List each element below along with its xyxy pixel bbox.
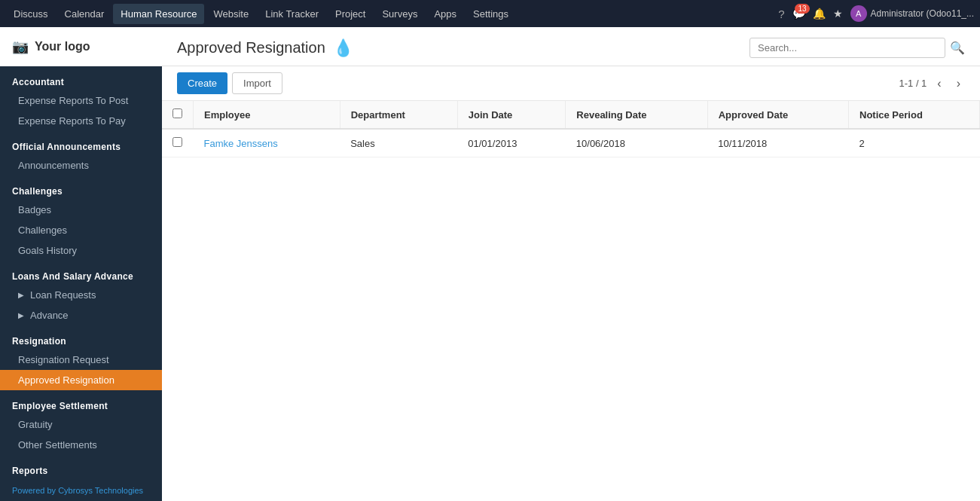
- droplet-icon: 💧: [333, 38, 353, 58]
- sidebar-footer: Powered by Cybrosys Technologies: [0, 480, 162, 501]
- employee-cell[interactable]: Famke Jenssens: [194, 129, 340, 157]
- import-button[interactable]: Import: [232, 72, 282, 94]
- nav-apps[interactable]: Apps: [426, 4, 464, 24]
- nav-settings[interactable]: Settings: [466, 4, 516, 24]
- logo-icon: 📷: [12, 38, 29, 55]
- sidebar-item-expense-post[interactable]: Expense Reports To Post: [0, 90, 162, 111]
- toolbar: Create Import 1-1 / 1 ‹ ›: [162, 66, 980, 101]
- table-row: Famke Jenssens Sales 01/01/2013 10/06/20…: [162, 129, 980, 157]
- pagination-info: 1-1 / 1: [899, 78, 927, 89]
- section-reports: Reports: [0, 458, 162, 479]
- section-official-announcements: Official Announcements: [0, 134, 162, 155]
- footer-brand[interactable]: Cybrosys Technologies: [58, 486, 143, 495]
- approved-resignation-table: Employee Department Join Date Revealing …: [162, 101, 980, 157]
- arrow-icon: ▶: [18, 291, 24, 299]
- chat-icon[interactable]: 💬 13: [792, 8, 805, 20]
- help-icon[interactable]: ?: [778, 8, 784, 20]
- sidebar-item-other-settlements[interactable]: Other Settlements: [0, 435, 162, 455]
- join-date-cell: 01/01/2013: [457, 129, 566, 157]
- sidebar-item-advance[interactable]: ▶ Advance: [0, 305, 162, 325]
- sidebar-item-expense-pay[interactable]: Expense Reports To Pay: [0, 111, 162, 131]
- logo-text: Your logo: [35, 40, 90, 53]
- content-header: Approved Resignation 💧 🔍: [162, 27, 980, 66]
- chat-badge: 13: [795, 4, 809, 14]
- nav-link-tracker[interactable]: Link Tracker: [258, 4, 326, 24]
- sidebar-item-approved-resignation[interactable]: Approved Resignation: [0, 370, 162, 390]
- sidebar-item-resignation-request[interactable]: Resignation Request: [0, 350, 162, 370]
- sidebar-item-goals-history[interactable]: Goals History: [0, 240, 162, 261]
- notice-period-cell: 2: [849, 129, 980, 157]
- col-join-date: Join Date: [457, 101, 566, 129]
- pagination: 1-1 / 1 ‹ ›: [899, 75, 965, 92]
- approved-date-cell: 10/11/2018: [707, 129, 848, 157]
- col-notice-period: Notice Period: [849, 101, 980, 129]
- user-name: Administrator (Odoo11_...: [871, 8, 974, 19]
- section-accountant: Accountant: [0, 69, 162, 90]
- sidebar-item-announcements[interactable]: Announcements: [0, 155, 162, 176]
- select-all-checkbox[interactable]: [172, 108, 182, 118]
- nav-human-resource[interactable]: Human Resource: [113, 4, 204, 24]
- section-employee-settlement: Employee Settlement: [0, 393, 162, 414]
- nav-discuss[interactable]: Discuss: [6, 4, 56, 24]
- section-resignation: Resignation: [0, 328, 162, 350]
- prev-page-button[interactable]: ‹: [933, 75, 945, 92]
- page-title: Approved Resignation: [177, 39, 325, 57]
- sidebar-item-challenges[interactable]: Challenges: [0, 220, 162, 240]
- section-challenges: Challenges: [0, 179, 162, 200]
- create-button[interactable]: Create: [177, 72, 227, 94]
- col-revealing-date: Revealing Date: [566, 101, 707, 129]
- table-container: Employee Department Join Date Revealing …: [162, 101, 980, 501]
- department-cell: Sales: [340, 129, 457, 157]
- nav-surveys[interactable]: Surveys: [374, 4, 425, 24]
- sidebar-item-gratuity[interactable]: Gratuity: [0, 414, 162, 435]
- col-employee: Employee: [194, 101, 340, 129]
- section-loans: Loans And Salary Advance: [0, 264, 162, 285]
- search-icon[interactable]: 🔍: [950, 41, 965, 55]
- next-page-button[interactable]: ›: [952, 75, 965, 92]
- main-content: Approved Resignation 💧 🔍 Create Import 1…: [162, 27, 980, 501]
- row-checkbox[interactable]: [172, 137, 182, 147]
- top-navigation: Discuss Calendar Human Resource Website …: [0, 0, 980, 27]
- sidebar-item-loan-requests[interactable]: ▶ Loan Requests: [0, 285, 162, 305]
- col-approved-date: Approved Date: [707, 101, 848, 129]
- sidebar: 📷 Your logo Accountant Expense Reports T…: [0, 27, 162, 501]
- avatar: A: [850, 5, 867, 22]
- nav-calendar[interactable]: Calendar: [57, 4, 112, 24]
- nav-project[interactable]: Project: [328, 4, 373, 24]
- star-icon[interactable]: ★: [833, 8, 843, 20]
- bell-icon[interactable]: 🔔: [813, 8, 826, 20]
- nav-website[interactable]: Website: [206, 4, 256, 24]
- col-department: Department: [340, 101, 457, 129]
- user-menu[interactable]: A Administrator (Odoo11_...: [850, 5, 974, 22]
- sidebar-item-badges[interactable]: Badges: [0, 200, 162, 220]
- revealing-date-cell: 10/06/2018: [566, 129, 707, 157]
- search-input[interactable]: [750, 38, 945, 58]
- arrow-icon: ▶: [18, 311, 24, 319]
- logo-area[interactable]: 📷 Your logo: [0, 27, 162, 66]
